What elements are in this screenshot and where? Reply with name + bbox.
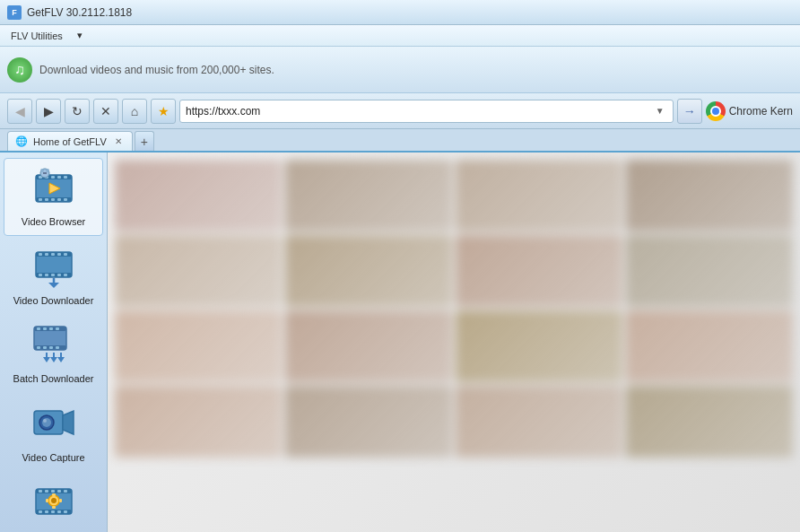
svg-rect-65 [45,510,48,513]
url-input[interactable] [186,105,653,118]
new-tab-button[interactable]: + [135,131,154,151]
svg-rect-60 [45,490,48,493]
tabs-bar: 🌐 Home of GetFLV ✕ + [0,129,800,153]
svg-rect-29 [51,274,55,276]
svg-rect-30 [57,274,61,276]
svg-rect-23 [45,253,48,256]
thumbnail-item [626,160,793,231]
sidebar-item-video-downloader[interactable]: Video Downloader [4,238,103,314]
svg-rect-74 [59,499,62,502]
sidebar-item-video-converter[interactable]: Video Converter [4,473,103,532]
thumbnail-item [456,160,622,231]
svg-rect-42 [43,346,47,349]
svg-rect-9 [45,198,48,201]
svg-point-17 [43,172,45,174]
svg-rect-59 [39,490,42,493]
svg-marker-50 [57,357,65,362]
menu-flv-utilities[interactable]: FLV Utilities [4,29,70,43]
svg-rect-12 [64,198,67,201]
thumbnail-item [456,386,622,458]
thumbnail-item [285,160,452,231]
thumbnail-item [115,235,282,307]
sidebar: Video Browser [0,153,108,532]
svg-rect-5 [51,176,55,179]
menu-bar: FLV Utilities ▾ [0,25,800,47]
thumbnail-item [456,310,622,382]
svg-rect-66 [51,510,55,513]
svg-rect-44 [56,346,59,349]
svg-rect-7 [64,176,67,179]
favorite-button[interactable]: ★ [151,99,176,124]
svg-rect-68 [64,510,67,513]
svg-rect-25 [57,253,61,256]
svg-rect-31 [64,274,67,276]
svg-point-55 [43,419,47,423]
svg-rect-64 [39,510,42,513]
thumbnail-item [115,310,282,382]
thumbnail-item [626,386,793,458]
menu-dropdown[interactable]: ▾ [70,28,90,43]
sidebar-item-video-browser[interactable]: Video Browser [4,158,103,236]
svg-point-70 [51,498,57,503]
svg-point-16 [46,169,49,172]
tab-home-getflv[interactable]: 🌐 Home of GetFLV ✕ [7,131,133,151]
svg-rect-39 [49,327,53,330]
svg-rect-22 [39,253,42,256]
sidebar-item-video-capture[interactable]: Video Capture [4,395,103,471]
toolbar: ♫ Download videos and music from 200,000… [0,47,800,93]
svg-rect-27 [39,274,42,276]
promo-icon: ♫ [7,57,32,83]
svg-marker-48 [50,357,57,362]
sidebar-video-capture-label: Video Capture [22,452,84,464]
svg-rect-67 [57,510,61,513]
thumbnail-item [285,310,452,382]
svg-marker-52 [63,411,74,434]
browser-content [108,153,800,532]
svg-rect-6 [57,176,61,179]
thumbnail-item [115,386,282,458]
svg-rect-24 [51,253,55,256]
video-capture-icon [30,402,77,449]
chrome-section: Chrome Kern [706,101,793,121]
main-layout: Video Browser [0,153,800,532]
svg-rect-38 [43,327,47,330]
svg-rect-41 [37,346,40,349]
video-converter-icon [30,480,77,527]
back-button[interactable]: ◀ [7,99,32,124]
svg-rect-72 [52,506,56,509]
svg-rect-63 [64,490,67,493]
sidebar-item-batch-downloader[interactable]: Batch Downloader [4,316,103,392]
thumbnail-item [626,310,793,382]
video-downloader-icon [30,245,77,292]
thumbnail-item [626,235,793,307]
svg-marker-33 [48,283,59,288]
url-dropdown-button[interactable]: ▼ [653,104,667,118]
sidebar-batch-downloader-label: Batch Downloader [13,373,94,385]
svg-rect-37 [37,327,40,330]
svg-point-54 [42,418,51,427]
sidebar-video-downloader-label: Video Downloader [13,295,94,307]
tab-close-button[interactable]: ✕ [112,135,125,148]
svg-rect-71 [52,493,56,496]
chrome-logo [706,101,726,121]
stop-button[interactable]: ✕ [93,99,118,124]
url-bar: ▼ [179,100,674,123]
sidebar-video-browser-label: Video Browser [22,216,85,228]
home-button[interactable]: ⌂ [122,99,147,124]
svg-point-18 [45,172,47,174]
batch-downloader-icon [30,323,77,370]
browser-viewport [108,153,800,532]
reload-button[interactable]: ↻ [65,99,90,124]
tab-label: Home of GetFLV [33,136,107,147]
nav-bar: ◀ ▶ ↻ ✕ ⌂ ★ ▼ → Chrome Kern [0,93,800,129]
svg-rect-26 [64,253,67,256]
svg-rect-8 [39,198,42,201]
go-button[interactable]: → [677,99,702,124]
forward-button[interactable]: ▶ [36,99,61,124]
video-browser-icon [30,166,77,213]
svg-rect-28 [45,274,48,276]
svg-rect-62 [57,490,61,493]
svg-rect-61 [51,490,55,493]
title-bar: F GetFLV 30.2112.1818 [0,0,800,25]
thumbnail-item [285,235,452,307]
